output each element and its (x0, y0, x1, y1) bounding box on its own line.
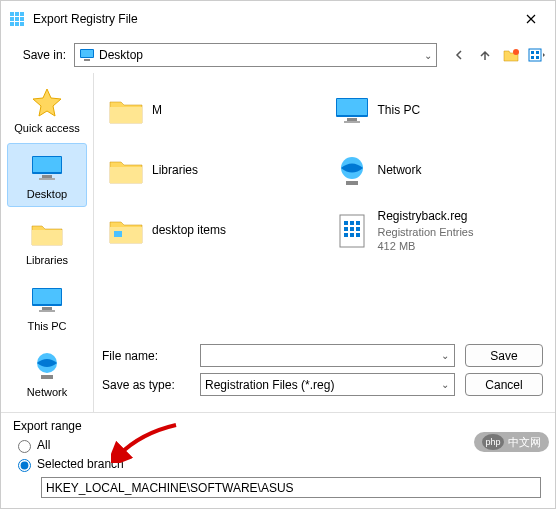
file-name: Registryback.reg (378, 209, 474, 225)
watermark: php中文网 (474, 432, 549, 452)
radio-all-label: All (37, 438, 50, 452)
sidebar-label: Libraries (10, 254, 84, 266)
sidebar-label: Network (10, 386, 84, 398)
sidebar-this-pc[interactable]: This PC (7, 275, 87, 339)
svg-rect-15 (536, 51, 539, 54)
svg-rect-44 (356, 233, 360, 237)
pc-icon (334, 93, 370, 129)
file-name: Libraries (152, 163, 198, 179)
sidebar-label: Desktop (10, 188, 84, 200)
svg-point-12 (513, 49, 519, 55)
svg-rect-24 (42, 307, 52, 310)
chevron-down-icon: ⌄ (424, 50, 432, 61)
svg-rect-13 (529, 49, 541, 61)
file-name-input[interactable] (200, 344, 455, 367)
svg-rect-20 (42, 175, 52, 178)
desktop-icon (29, 150, 65, 186)
save-type-label: Save as type: (102, 378, 200, 392)
svg-rect-37 (350, 221, 354, 225)
branch-path-input[interactable] (41, 477, 541, 498)
svg-rect-2 (20, 12, 24, 16)
reg-file-icon (334, 213, 370, 249)
network-icon (334, 153, 370, 189)
view-menu-button[interactable] (527, 45, 547, 65)
list-item[interactable]: This PC (330, 83, 546, 139)
places-sidebar: Quick access Desktop Libraries This PC N… (1, 73, 93, 412)
sidebar-label: This PC (10, 320, 84, 332)
save-button[interactable]: Save (465, 344, 543, 367)
sidebar-desktop[interactable]: Desktop (7, 143, 87, 207)
list-item[interactable]: M (104, 83, 320, 139)
list-item[interactable]: Registryback.reg Registration Entries 41… (330, 203, 546, 259)
save-fields: File name: ⌄ Save Save as type: ⌄ Cancel (94, 336, 555, 412)
location-bar: Save in: Desktop ⌄ (1, 37, 555, 73)
svg-rect-14 (531, 51, 534, 54)
app-icon (9, 11, 25, 27)
svg-rect-29 (337, 99, 367, 115)
save-in-value: Desktop (99, 48, 143, 62)
export-range-label: Export range (13, 419, 543, 433)
file-list: M This PC Libraries Network desktop item… (94, 73, 555, 336)
svg-rect-23 (33, 289, 61, 304)
svg-rect-41 (356, 227, 360, 231)
svg-rect-36 (344, 221, 348, 225)
folder-icon (108, 153, 144, 189)
svg-rect-42 (344, 233, 348, 237)
file-size: 412 MB (378, 239, 474, 253)
sidebar-libraries[interactable]: Libraries (7, 209, 87, 273)
folder-icon (29, 216, 65, 252)
radio-all-input[interactable] (18, 440, 31, 453)
svg-rect-25 (39, 310, 55, 312)
list-item[interactable]: desktop items (104, 203, 320, 259)
file-name: M (152, 103, 162, 119)
close-button[interactable] (515, 7, 547, 31)
svg-rect-39 (344, 227, 348, 231)
svg-rect-38 (356, 221, 360, 225)
sidebar-network[interactable]: Network (7, 341, 87, 405)
svg-rect-17 (536, 56, 539, 59)
save-in-label: Save in: (9, 48, 74, 62)
svg-rect-19 (33, 157, 61, 172)
svg-rect-34 (114, 231, 122, 237)
file-type: Registration Entries (378, 225, 474, 239)
svg-rect-16 (531, 56, 534, 59)
save-in-combo[interactable]: Desktop ⌄ (74, 43, 437, 67)
svg-rect-43 (350, 233, 354, 237)
file-name: This PC (378, 103, 421, 119)
svg-rect-11 (84, 59, 90, 61)
file-name: Network (378, 163, 422, 179)
desktop-icon (79, 47, 95, 63)
sidebar-quick-access[interactable]: Quick access (7, 77, 87, 141)
svg-rect-10 (81, 50, 93, 57)
star-icon (29, 84, 65, 120)
svg-rect-4 (15, 17, 19, 21)
cancel-button[interactable]: Cancel (465, 373, 543, 396)
svg-rect-31 (344, 121, 360, 123)
file-name: desktop items (152, 223, 226, 239)
folder-icon (108, 93, 144, 129)
svg-rect-27 (41, 375, 53, 379)
list-item[interactable]: Libraries (104, 143, 320, 199)
list-item[interactable]: Network (330, 143, 546, 199)
folder-icon (108, 213, 144, 249)
svg-rect-7 (15, 22, 19, 26)
svg-rect-21 (39, 178, 55, 180)
sidebar-label: Quick access (10, 122, 84, 134)
radio-selected-input[interactable] (18, 459, 31, 472)
radio-all[interactable]: All (13, 437, 543, 453)
svg-rect-40 (350, 227, 354, 231)
radio-selected-label: Selected branch (37, 457, 124, 471)
save-type-combo[interactable] (200, 373, 455, 396)
svg-rect-30 (347, 118, 357, 121)
svg-rect-6 (10, 22, 14, 26)
radio-selected-branch[interactable]: Selected branch (13, 456, 543, 472)
new-folder-button[interactable] (501, 45, 521, 65)
svg-rect-5 (20, 17, 24, 21)
file-name-label: File name: (102, 349, 200, 363)
svg-rect-3 (10, 17, 14, 21)
back-button[interactable] (449, 45, 469, 65)
up-button[interactable] (475, 45, 495, 65)
title-bar: Export Registry File (1, 1, 555, 37)
pc-icon (29, 282, 65, 318)
svg-rect-0 (10, 12, 14, 16)
